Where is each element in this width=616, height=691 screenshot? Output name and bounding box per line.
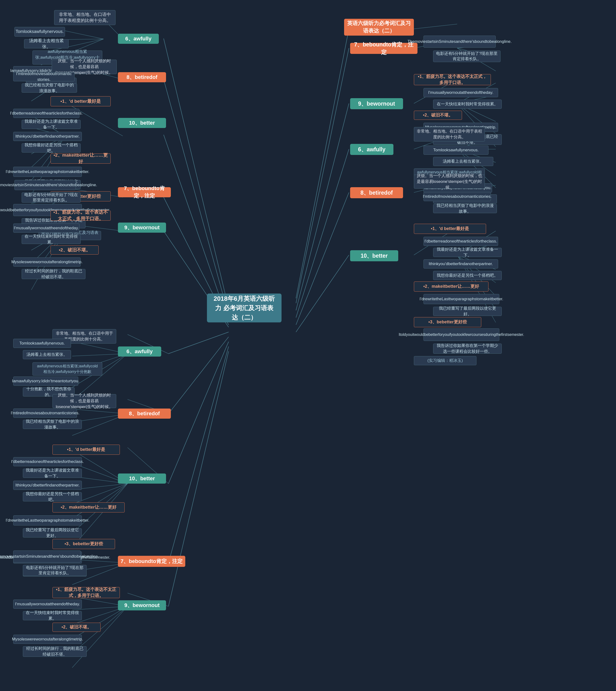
betiredof-ex1-bl: I'mtiredofmoviesaboutromanticstories. xyxy=(13,408,77,418)
betiredof-ex1-right-text: I'mtiredofmoviesaboutromanticstories. xyxy=(423,194,491,199)
better-ex2a-bl-text: I'drewritetheLasttwoparagraphstomakeitbe… xyxy=(5,518,89,523)
beboundto-bl-keyword: 7、beboundto肯定，注定 xyxy=(118,556,185,567)
awfully-ex1-left-text: Tomlooksawfullynervous. xyxy=(16,29,64,35)
svg-line-72 xyxy=(169,342,228,484)
better-ex2a-bl: I'drewritetheLasttwoparagraphstomakeitbe… xyxy=(13,515,82,526)
awfully-right-desc-text: 非常地、相当地。在口语中用于表程度的比例十分高。 xyxy=(417,129,482,140)
betiredof-bl-desc-text: 厌烦。当一个人感到厌烦的时候，也是最容易loseone'stemper(生气)的… xyxy=(55,393,114,409)
svg-line-74 xyxy=(169,351,228,606)
beboundto-cn1-right-text: 电影还有5分钟就开始了?现在那里肯定排着长队。 xyxy=(436,51,498,62)
bewornout-ex2-left-text: Mysoleswerewornoutafteralongtimetrip. xyxy=(11,259,83,265)
better-bl-sub2: •2、makeitbetter让……更好 xyxy=(52,503,125,512)
better-ex1b-bl-text: Ithinkyou'dbetterfindanotherpartner. xyxy=(16,483,80,488)
bewornout-left-sub1-text: •1、筋疲力尽。这个表达不太正式，多用于口语。 xyxy=(53,209,108,222)
betiredof-ex1-right: I'mtiredofmoviesaboutromanticstories. xyxy=(423,192,491,201)
beboundto-ex1-right: ThemoviestartsinSminutesandthere'sboundt… xyxy=(423,36,496,48)
bewornout-right-label: 9、bewornout xyxy=(358,100,395,108)
better-left-sub2-text: •2、makeitbetter让……更好 xyxy=(53,152,108,165)
better-ex1b-right: Ithinkyou'dbetterfindanotherpartner. xyxy=(423,259,498,268)
better-ex1b-bl: Ithinkyou'dbetterfindanotherpartner. xyxy=(13,481,82,490)
beboundto-cn1-bl-text: 电影还有5分钟就开始了?现在那里肯定排着长队。 xyxy=(25,565,84,576)
betiredof-bl-keyword: 8、betiredof xyxy=(118,408,171,419)
better-cn1a-right: 我最好还是为上课读篇文章准备一下。 xyxy=(433,248,502,257)
svg-line-1 xyxy=(163,80,228,315)
better-left-keyword: 10、better xyxy=(118,118,166,128)
bewornout-cn1-bl: 在一天快结束时我时常觉得很累。 xyxy=(23,611,82,620)
bewornout-bl-sub2: •2、破旧不堪。 xyxy=(52,623,101,632)
bewornout-ex1-right: I'musuallywornoutattheendoftheday. xyxy=(423,88,498,97)
awfully-cn1-right-text: 汤姆看上去相当紧张。 xyxy=(443,159,484,164)
better-bl-sub3-text: •3、bebetter更好些 xyxy=(65,541,103,547)
beboundto-cn1-bl: 电影还有5分钟就开始了?现在那里肯定排着长队。 xyxy=(23,565,87,576)
beboundto-ex1-right-text: ThemoviestartsinSminutesandthere'sboundt… xyxy=(408,39,511,44)
better-cn3a-right-text: 我告诉过你如果你在第一个学期少选一些课程会比较好一些。 xyxy=(436,343,499,354)
better-left-sub1: •1、'd better最好是 xyxy=(50,96,111,106)
betiredof-bl-desc: 厌烦。当一个人感到厌烦的时候，也是最容易loseone'stemper(生气)的… xyxy=(52,394,116,408)
better-cn1b-right-text: 我想你最好还是另找一个搭档吧。 xyxy=(437,273,498,278)
better-bl-keyword: 10、better xyxy=(118,473,166,484)
better-left-sub2: •2、makeitbetter让……更好 xyxy=(50,154,111,163)
better-ex1a-bl: I'dbetterreadoneofthearticlesfortheclass… xyxy=(13,457,82,466)
bewornout-ex1-left-text: I'musuallywornoutattheendoftheday. xyxy=(14,225,79,231)
better-ex1b-right-text: Ithinkyou'dbetterfindanotherpartner. xyxy=(429,261,493,267)
betiredof-ex1-bl-text: I'mtiredofmoviesaboutromanticstories. xyxy=(11,410,80,416)
awfully-ex1-right: Tomlooksawfullynervous. xyxy=(423,146,488,155)
bewornout-bl-label: 9、bewornout xyxy=(125,602,160,609)
bewornout-left-sub2-text: •2、破旧不堪。 xyxy=(59,247,90,253)
better-bl-sub2-text: •2、makeitbetter让……更好 xyxy=(61,504,116,510)
beboundto-bl-label: 7、beboundto肯定，注定 xyxy=(120,558,183,565)
betiredof-right-label: 8、betiredof xyxy=(360,189,393,197)
bewornout-ex1-bl-text: I'musuallywornoutattheendoftheday. xyxy=(15,601,80,607)
better-cn1a-left-text: 我最好还是为上课读篇文章准备一下。 xyxy=(24,119,78,130)
svg-line-71 xyxy=(169,337,228,414)
awfully-ex1-bl-text: Tomlooksawfullynervous. xyxy=(20,340,65,346)
beboundto-cn1-left: 电影还有5分钟就开始了?现在那里肯定排着长队。 xyxy=(22,193,81,203)
beboundto-ex1-left-text: ThemoviestartsinSminutesandthere'sboundt… xyxy=(0,182,97,188)
better-right-sub1-text: •1、'd better最好是 xyxy=(431,226,469,232)
bewornout-right-keyword: 9、bewornout xyxy=(350,98,403,109)
betiredof-cn1-bl-text: 我已经相当厌烦了电影中的浪漫故事。 xyxy=(25,419,79,430)
better-cn1b-bl-text: 我想你最好还是另找一个搭档吧。 xyxy=(25,491,79,503)
betiredof-right-desc: 厌烦。当一个人感到厌烦的时候，也是最容易loseone'stemper(生气)的… xyxy=(414,175,485,188)
betiredof-cn1-left-text: 我已经相当厌烦了电影中的浪漫故事。 xyxy=(24,82,74,94)
bewornout-ex1-left: I'musuallywornoutattheendoftheday. xyxy=(13,224,80,233)
bewornout-ex2-bl: Mysoleswerewornoutafteralongtimetrip. xyxy=(13,635,82,644)
better-ex1a-bl-text: I'dbetterreadoneofthearticlesfortheclass… xyxy=(11,459,84,465)
bewornout-cn1-bl-text: 在一天快结束时我时常觉得很累。 xyxy=(25,610,79,622)
awfully-left-keyword: 6、awfully xyxy=(118,34,159,44)
betiredof-cn1-right-text: 我已经相当厌烦了电影中的浪漫故事。 xyxy=(436,203,494,215)
awfully-right-desc: 非常地、相当地。在口语中用于表程度的比例十分高。 xyxy=(414,127,485,141)
betiredof-ex1-left-text: I'mtiredofmoviesaboutromantic stories. xyxy=(16,71,72,83)
awfully-right-label: 6、awfully xyxy=(358,146,386,153)
better-bl-sub1: •1、'd better最好是 xyxy=(52,445,120,455)
awfully-note-bl-text: awfullynervous相当紧张;awfullycold相当冷;awfull… xyxy=(35,363,100,374)
better-bl-sub1-text: •1、'd better最好是 xyxy=(67,447,105,452)
better-cn2a-right-text: 我已经重写了最后两段以使它更好。 xyxy=(436,306,499,317)
awfully-cn1-left-text: 汤姆看上去相当紧张。 xyxy=(27,38,66,50)
bewornout-cn1-left: 在一天快结束时我时常觉得很累。 xyxy=(22,235,81,244)
beboundto-ex1-bl: ThemoviestartsinSminutesandthere'sboundt… xyxy=(13,551,81,562)
beboundto-left-label: 7、beboundto肯定，注定 xyxy=(120,185,169,200)
bewornout-right-sub1-text: •1、筋疲力尽。这个表达不太正式，多用于口语。 xyxy=(417,74,488,86)
betiredof-ex1-left: I'mtiredofmoviesaboutromantic stories. xyxy=(13,72,74,81)
better-cn1a-left: 我最好还是为上课读篇文章准备一下。 xyxy=(22,120,81,129)
better-cn1b-right: 我想你最好还是另找一个搭档吧。 xyxy=(433,271,502,280)
better-right-label: 10、better xyxy=(361,252,388,260)
better-right-sub2: •2、makeitbetter让……更好 xyxy=(414,282,488,292)
betiredof-bl-label: 8、betiredof xyxy=(129,410,160,418)
awfully-bl-label: 6、awfully xyxy=(127,348,153,355)
bewornout-bl-keyword: 9、bewornout xyxy=(118,600,166,610)
better-footer-right-text: (实习编辑：稻冰玉) xyxy=(427,358,463,363)
betiredof-left-label: 8、betiredof xyxy=(127,74,157,81)
bewornout-left-keyword: 9、bewornout xyxy=(118,223,166,233)
svg-line-7 xyxy=(296,104,349,310)
bewornout-ex2-bl-text: Mysoleswerewornoutafteralongtimetrip. xyxy=(12,637,83,642)
better-ex2a-right-text: I'drewritetheLasttwoparagraphstomakeitbe… xyxy=(419,296,503,302)
bewornout-ex2-left: Mysoleswerewornoutafteralongtimetrip. xyxy=(13,258,81,267)
beboundto-cn1-right: 电影还有5分钟就开始了?现在那里肯定排着长队。 xyxy=(433,50,501,62)
betiredof-right-keyword: 8、betiredof xyxy=(350,187,403,198)
bewornout-cn1-right: 在一天快结束时我时常觉得很累。 xyxy=(433,99,502,109)
awfully-cn1-right: 汤姆看上去相当紧张。 xyxy=(433,157,493,166)
svg-line-39 xyxy=(414,24,457,29)
bewornout-right-sub2: •2、破旧不堪。 xyxy=(414,111,462,120)
